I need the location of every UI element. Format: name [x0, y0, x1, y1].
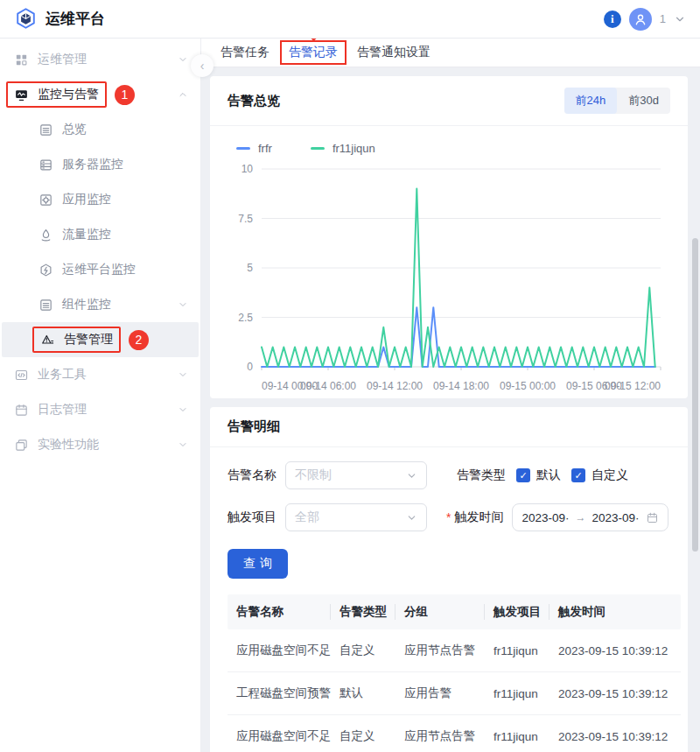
- legend-swatch: [236, 147, 250, 150]
- app-window-icon: [38, 193, 53, 207]
- sidebar-collapse-button[interactable]: ‹: [191, 54, 214, 77]
- sidebar-item-traffic-monitoring[interactable]: 流量监控: [0, 217, 200, 252]
- table-cell: 应用磁盘空间不足: [228, 715, 331, 752]
- table-cell: 应用节点告警: [396, 715, 485, 752]
- table-row: 应用磁盘空间不足自定义应用节点告警fr11jiqun2023-09-15 10:…: [228, 715, 681, 752]
- detail-card-title: 告警明细: [228, 418, 280, 435]
- table-cell: 自定义: [331, 715, 396, 752]
- sidebar-item-alert-management[interactable]: 告警管理2: [2, 322, 199, 357]
- sidebar-item-label: 业务工具: [38, 367, 87, 383]
- y-axis-tick-label: 5: [247, 262, 253, 274]
- app-logo: 运维平台: [14, 7, 105, 31]
- checkbox-checked-icon[interactable]: ✓: [516, 468, 530, 482]
- chevron-down-icon: [178, 404, 188, 415]
- grid-icon: [14, 53, 29, 67]
- trigger-project-select[interactable]: 全部: [285, 503, 427, 531]
- alert-detail-card: 告警明细 告警名称 不限制 告警类型 ✓默认✓自定义 触发项目 全部: [210, 407, 688, 752]
- sidebar-item-label: 运维平台监控: [62, 262, 136, 278]
- windows-icon: [14, 438, 29, 453]
- sidebar-item-monitoring-alerts[interactable]: 监控与告警1: [0, 77, 200, 112]
- layers-icon: [38, 123, 53, 137]
- alert-name-select-value: 不限制: [295, 467, 332, 483]
- code-window-icon: [14, 368, 29, 383]
- sidebar-item-label: 组件监控: [62, 297, 111, 313]
- table-cell: fr11jiqun: [485, 629, 550, 672]
- table-cell: fr11jiqun: [485, 672, 550, 715]
- sidebar-item-app-monitoring[interactable]: 应用监控: [0, 182, 200, 217]
- layers-icon: [38, 298, 53, 313]
- legend-item-fr11jiqun[interactable]: fr11jiqun: [311, 142, 375, 155]
- column-header: 告警类型: [331, 594, 396, 629]
- server-icon: [38, 158, 53, 172]
- chevron-down-icon: [178, 439, 188, 450]
- table-cell: 2023-09-15 10:39:12: [550, 629, 681, 672]
- legend-label: fr11jiqun: [332, 142, 375, 155]
- monitor-pulse-icon: [14, 88, 29, 102]
- trigger-project-select-value: 全部: [295, 510, 319, 525]
- range-end-value: 2023-09·: [592, 511, 640, 524]
- alert-table: 告警名称告警类型分组触发项目触发时间 应用磁盘空间不足自定义应用节点告警fr11…: [228, 594, 681, 752]
- annotation-step-badge: 1: [115, 85, 135, 105]
- trigger-project-label: 触发项目: [228, 510, 276, 525]
- sidebar-item-business-tools[interactable]: 业务工具: [0, 357, 200, 392]
- info-icon[interactable]: i: [604, 11, 621, 28]
- chevron-up-icon: [178, 89, 188, 100]
- calendar-icon: [14, 403, 29, 418]
- sidebar-item-label: 告警管理: [64, 332, 113, 348]
- sidebar-item-label: 流量监控: [62, 227, 111, 242]
- sidebar-item-component-monitoring[interactable]: 组件监控: [0, 287, 200, 322]
- alert-name-label: 告警名称: [228, 467, 276, 483]
- y-axis-tick-label: 2.5: [238, 312, 253, 324]
- checkbox-label: 自定义: [592, 467, 628, 483]
- sidebar-item-experimental-features[interactable]: 实验性功能: [0, 427, 200, 462]
- annotation-red-box: 告警管理: [32, 327, 121, 353]
- column-header: 触发时间: [550, 594, 681, 629]
- table-row: 工程磁盘空间预警默认应用告警fr11jiqun2023-09-15 10:39:…: [228, 672, 681, 715]
- chevron-down-icon: [178, 299, 188, 310]
- tab-alert-notification-settings[interactable]: 告警通知设置: [348, 39, 439, 66]
- x-axis-tick-label: 09-14 18:00: [433, 380, 489, 392]
- page-scrollbar-thumb[interactable]: [692, 238, 698, 552]
- sidebar-item-overview[interactable]: 总览: [0, 112, 200, 147]
- calendar-icon: [646, 511, 659, 524]
- chevron-down-icon: [406, 470, 417, 481]
- y-axis-tick-label: 0: [247, 361, 253, 373]
- alert-table-wrap: 告警名称告警类型分组触发项目触发时间 应用磁盘空间不足自定义应用节点告警fr11…: [210, 593, 688, 752]
- tab-alert-tasks[interactable]: 告警任务: [212, 39, 278, 66]
- range-button-24h[interactable]: 前24h: [564, 88, 618, 114]
- query-button[interactable]: 查询: [228, 549, 288, 579]
- chevron-down-icon: [178, 54, 188, 65]
- sidebar: 运维管理监控与告警1总览服务器监控应用监控流量监控运维平台监控组件监控告警管理2…: [0, 39, 201, 752]
- alert-line-chart: 02.557.51009-14 00:0009-14 06:0009-14 12…: [221, 158, 676, 398]
- annotation-step-badge: 2: [129, 330, 149, 350]
- range-arrow-icon: →: [576, 511, 586, 524]
- alert-name-select[interactable]: 不限制: [285, 461, 427, 489]
- sidebar-item-label: 监控与告警: [38, 87, 99, 102]
- hexagon-bolt-icon: [38, 263, 53, 278]
- chevron-down-icon: [178, 369, 188, 380]
- alert-type-option: ✓自定义: [571, 467, 628, 483]
- chevron-down-icon[interactable]: [674, 13, 686, 25]
- tab-alert-records[interactable]: 告警记录3: [280, 40, 346, 65]
- table-cell: 2023-09-15 10:39:12: [550, 672, 681, 715]
- column-header: 触发项目: [485, 594, 550, 629]
- person-icon: [633, 11, 648, 27]
- sidebar-item-ops-management[interactable]: 运维管理: [0, 42, 200, 77]
- table-cell: 工程磁盘空间预警: [228, 672, 331, 715]
- trigger-time-range-picker[interactable]: 2023-09· → 2023-09·: [512, 503, 668, 531]
- range-button-30d[interactable]: 前30d: [617, 88, 670, 114]
- required-mark: *: [446, 510, 451, 524]
- table-cell: 应用磁盘空间不足: [228, 629, 331, 672]
- avatar[interactable]: [629, 8, 652, 31]
- legend-label: frfr: [258, 142, 272, 155]
- sidebar-item-platform-monitoring[interactable]: 运维平台监控: [0, 252, 200, 287]
- sidebar-item-server-monitoring[interactable]: 服务器监控: [0, 147, 200, 182]
- filter-panel: 告警名称 不限制 告警类型 ✓默认✓自定义 触发项目 全部 *: [210, 447, 688, 593]
- table-cell: 应用节点告警: [396, 629, 485, 672]
- table-cell: fr11jiqun: [485, 715, 550, 752]
- x-axis-tick-label: 09-14 12:00: [367, 380, 423, 392]
- legend-item-frfr[interactable]: frfr: [236, 142, 272, 155]
- sidebar-item-log-management[interactable]: 日志管理: [0, 392, 200, 427]
- sidebar-item-label: 总览: [62, 122, 87, 137]
- checkbox-checked-icon[interactable]: ✓: [571, 468, 585, 482]
